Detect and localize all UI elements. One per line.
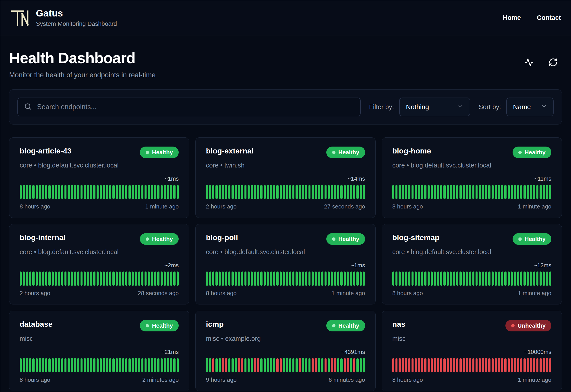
uptime-bar[interactable] [222, 185, 224, 199]
uptime-bar[interactable] [93, 358, 95, 372]
uptime-bar[interactable] [74, 185, 76, 199]
uptime-bar[interactable] [55, 271, 57, 286]
uptime-bar[interactable] [536, 358, 539, 372]
uptime-bar[interactable] [424, 271, 426, 286]
uptime-bar[interactable] [463, 271, 465, 286]
uptime-bar[interactable] [492, 271, 494, 286]
uptime-bar[interactable] [347, 185, 349, 199]
uptime-bar[interactable] [90, 185, 92, 199]
uptime-bar[interactable] [164, 358, 166, 372]
uptime-bar[interactable] [267, 271, 269, 286]
uptime-bar[interactable] [399, 358, 401, 372]
uptime-bar[interactable] [257, 185, 259, 199]
uptime-bar[interactable] [151, 271, 153, 286]
uptime-bar[interactable] [206, 185, 208, 199]
uptime-bar[interactable] [340, 271, 342, 286]
uptime-bar[interactable] [254, 185, 256, 199]
uptime-bar[interactable] [93, 185, 95, 199]
uptime-bar[interactable] [421, 185, 423, 199]
uptime-bar[interactable] [264, 358, 266, 372]
uptime-bar[interactable] [524, 185, 526, 199]
uptime-bar[interactable] [251, 271, 253, 286]
uptime-bar[interactable] [328, 358, 330, 372]
uptime-bar[interactable] [405, 271, 407, 286]
uptime-bar[interactable] [302, 185, 304, 199]
uptime-bar[interactable] [501, 271, 503, 286]
uptime-bar[interactable] [97, 271, 99, 286]
uptime-bar[interactable] [340, 185, 342, 199]
uptime-bar[interactable] [74, 358, 76, 372]
uptime-bar[interactable] [485, 358, 487, 372]
uptime-bar[interactable] [148, 185, 150, 199]
uptime-bar[interactable] [64, 358, 66, 372]
uptime-bar[interactable] [399, 271, 401, 286]
uptime-bar[interactable] [215, 185, 217, 199]
uptime-bar[interactable] [64, 271, 66, 286]
uptime-bar[interactable] [504, 358, 506, 372]
uptime-bar[interactable] [463, 358, 465, 372]
uptime-bar[interactable] [492, 185, 494, 199]
uptime-bar[interactable] [289, 185, 291, 199]
uptime-bar[interactable] [267, 358, 269, 372]
uptime-bar[interactable] [296, 358, 298, 372]
uptime-bar[interactable] [453, 358, 455, 372]
uptime-bar[interactable] [485, 185, 487, 199]
uptime-bar[interactable] [456, 185, 458, 199]
uptime-bar[interactable] [508, 185, 510, 199]
uptime-bar[interactable] [402, 358, 404, 372]
uptime-bar[interactable] [488, 185, 490, 199]
uptime-bar[interactable] [476, 185, 478, 199]
uptime-bar[interactable] [408, 271, 410, 286]
uptime-bar[interactable] [254, 358, 256, 372]
uptime-bar[interactable] [315, 185, 317, 199]
uptime-bar[interactable] [356, 271, 359, 286]
uptime-bar[interactable] [453, 185, 455, 199]
uptime-bar[interactable] [100, 185, 102, 199]
uptime-bar[interactable] [254, 271, 256, 286]
uptime-bar[interactable] [321, 271, 323, 286]
uptime-bar[interactable] [219, 271, 221, 286]
uptime-bar[interactable] [151, 358, 153, 372]
uptime-bar[interactable] [161, 185, 163, 199]
uptime-bar[interactable] [392, 271, 394, 286]
uptime-bar[interactable] [456, 271, 458, 286]
uptime-bar[interactable] [173, 358, 175, 372]
uptime-bar[interactable] [100, 358, 102, 372]
uptime-bar[interactable] [296, 185, 298, 199]
uptime-bar[interactable] [125, 185, 127, 199]
uptime-bar[interactable] [331, 185, 333, 199]
uptime-bar[interactable] [431, 271, 433, 286]
uptime-bar[interactable] [530, 358, 532, 372]
uptime-bar[interactable] [225, 358, 227, 372]
uptime-bar[interactable] [248, 185, 250, 199]
uptime-bar[interactable] [32, 185, 34, 199]
uptime-bar[interactable] [395, 271, 397, 286]
uptime-bar[interactable] [212, 271, 214, 286]
uptime-bar[interactable] [415, 271, 417, 286]
uptime-bar[interactable] [23, 358, 25, 372]
uptime-bar[interactable] [45, 271, 47, 286]
uptime-bar[interactable] [350, 271, 352, 286]
uptime-bar[interactable] [418, 185, 420, 199]
uptime-bar[interactable] [305, 358, 307, 372]
uptime-bar[interactable] [138, 185, 140, 199]
uptime-bar[interactable] [260, 271, 262, 286]
uptime-bar[interactable] [466, 185, 468, 199]
uptime-bar[interactable] [225, 185, 227, 199]
uptime-bar[interactable] [55, 358, 57, 372]
uptime-bar[interactable] [543, 358, 545, 372]
uptime-bar[interactable] [125, 271, 127, 286]
sort-select[interactable]: Name [506, 98, 554, 116]
uptime-bar[interactable] [543, 271, 545, 286]
uptime-bar[interactable] [161, 358, 163, 372]
uptime-bar[interactable] [392, 185, 394, 199]
uptime-bar[interactable] [264, 271, 266, 286]
uptime-bar[interactable] [141, 358, 143, 372]
uptime-bar[interactable] [36, 185, 38, 199]
uptime-bar[interactable] [29, 271, 31, 286]
uptime-bar[interactable] [112, 271, 114, 286]
uptime-bar[interactable] [363, 271, 365, 286]
uptime-bar[interactable] [482, 185, 484, 199]
uptime-bar[interactable] [80, 358, 83, 372]
uptime-bar[interactable] [418, 271, 420, 286]
